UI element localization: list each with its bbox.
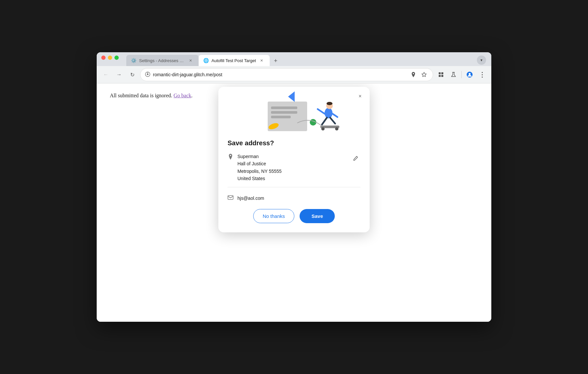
- svg-rect-6: [441, 75, 443, 77]
- menu-button[interactable]: ⋮: [477, 69, 487, 80]
- svg-rect-4: [441, 72, 443, 74]
- autofill-tab-icon: 🌐: [203, 58, 209, 63]
- tabs-area: ⚙️ Settings - Addresses and mo ✕ 🌐 Autof…: [97, 52, 491, 66]
- dialog-actions: No thanks Save: [218, 209, 370, 223]
- svg-point-16: [325, 108, 332, 118]
- email-icon: [228, 195, 233, 201]
- address-line1: Hall of Justice: [237, 160, 347, 167]
- forward-button[interactable]: →: [114, 69, 124, 80]
- title-bar: ⚙️ Settings - Addresses and mo ✕ 🌐 Autof…: [97, 52, 491, 83]
- svg-line-20: [332, 114, 337, 117]
- autofill-tab-title: Autofill Test Post Target: [211, 58, 256, 63]
- page-content: All submitted data is ignored. Go back.: [97, 83, 491, 322]
- new-tab-button[interactable]: +: [271, 56, 280, 65]
- dialog-overlay: × Save address? Superman Hall of Justice: [97, 83, 491, 322]
- settings-tab-icon: ⚙️: [131, 58, 136, 63]
- svg-rect-10: [271, 106, 297, 109]
- svg-rect-11: [271, 111, 297, 114]
- reload-button[interactable]: ↻: [127, 69, 137, 80]
- address-bar[interactable]: romantic-dirt-jaguar.glitch.me/post: [140, 68, 433, 81]
- save-button[interactable]: Save: [300, 209, 335, 223]
- location-icon[interactable]: [409, 70, 418, 79]
- star-icon[interactable]: [420, 70, 428, 79]
- dialog-close-button[interactable]: ×: [355, 91, 365, 101]
- dialog-title: Save address?: [228, 139, 360, 147]
- extensions-button[interactable]: [436, 69, 446, 80]
- back-button[interactable]: ←: [101, 69, 111, 80]
- browser-window: ⚙️ Settings - Addresses and mo ✕ 🌐 Autof…: [97, 52, 491, 322]
- address-lines: Superman Hall of Justice Metropolis, NY …: [237, 153, 347, 182]
- svg-rect-5: [439, 75, 441, 77]
- email-block: hjs@aol.com: [228, 195, 360, 201]
- labs-button[interactable]: [448, 69, 459, 80]
- tab-autofill[interactable]: 🌐 Autofill Test Post Target ✕: [199, 55, 270, 66]
- edit-address-button[interactable]: [351, 153, 360, 163]
- svg-rect-12: [271, 116, 291, 118]
- tab-chevron-button[interactable]: ▾: [477, 56, 486, 65]
- maximize-button[interactable]: [114, 56, 119, 60]
- autofill-tab-close[interactable]: ✕: [258, 58, 264, 63]
- svg-rect-26: [228, 196, 233, 199]
- address-location-icon: [228, 153, 233, 162]
- dialog-illustration: [218, 87, 370, 139]
- traffic-lights: [97, 52, 122, 63]
- email-text: hjs@aol.com: [237, 196, 264, 201]
- address-name: Superman: [237, 153, 347, 160]
- svg-point-8: [469, 73, 471, 75]
- toolbar: ← → ↻ romantic-dirt-jaguar.glitch.me/pos…: [97, 66, 491, 83]
- toolbar-divider: [461, 71, 462, 78]
- dialog-body: Save address? Superman Hall of Justice M…: [218, 139, 370, 201]
- address-line3: United States: [237, 175, 347, 182]
- address-line2: Metropolis, NY 55555: [237, 168, 347, 175]
- svg-marker-13: [288, 91, 295, 102]
- tab-settings[interactable]: ⚙️ Settings - Addresses and mo ✕: [126, 55, 199, 66]
- settings-tab-title: Settings - Addresses and mo: [139, 58, 185, 63]
- svg-line-22: [330, 118, 335, 124]
- settings-tab-close[interactable]: ✕: [187, 58, 193, 63]
- svg-line-21: [322, 118, 327, 125]
- save-address-dialog: × Save address? Superman Hall of Justice: [218, 87, 370, 232]
- security-icon: [145, 72, 150, 78]
- minimize-button[interactable]: [108, 56, 112, 60]
- svg-point-1: [147, 73, 149, 75]
- address-block: Superman Hall of Justice Metropolis, NY …: [228, 153, 360, 182]
- profile-button[interactable]: [464, 69, 475, 80]
- close-button[interactable]: [101, 56, 106, 60]
- no-thanks-button[interactable]: No thanks: [253, 209, 295, 223]
- svg-line-19: [318, 109, 325, 114]
- address-text: romantic-dirt-jaguar.glitch.me/post: [153, 72, 406, 77]
- svg-point-24: [321, 127, 325, 130]
- svg-rect-3: [439, 72, 441, 74]
- svg-point-25: [335, 127, 338, 130]
- svg-point-18: [327, 102, 332, 105]
- address-divider: [228, 187, 360, 187]
